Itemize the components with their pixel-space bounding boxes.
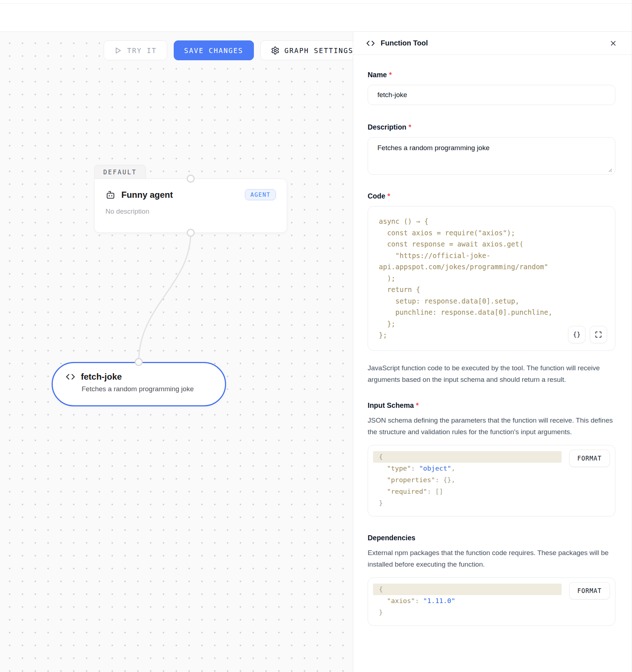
- required-asterisk: *: [416, 401, 419, 409]
- expand-fullscreen-button[interactable]: [590, 326, 607, 343]
- json-token: }: [379, 499, 383, 507]
- edge-layer: [0, 32, 353, 672]
- panel-body: Name* Description* Fetches a random prog…: [353, 55, 632, 647]
- json-token: :: [411, 464, 419, 472]
- json-token: {: [379, 453, 383, 461]
- code-icon: [366, 39, 375, 48]
- json-token: {: [379, 585, 383, 593]
- json-token: {},: [443, 476, 455, 484]
- json-line: }: [368, 497, 615, 509]
- top-bar-divider: [0, 3, 632, 4]
- json-token: "axios": [379, 597, 415, 605]
- json-token: "required": [379, 488, 427, 495]
- code-line: setup: response.data[0].setup,: [379, 296, 604, 307]
- panel-header: Function Tool: [353, 32, 632, 55]
- json-token: :: [435, 476, 443, 484]
- json-line: "required": []: [368, 486, 615, 497]
- required-asterisk: *: [389, 71, 392, 79]
- description-textarea-wrap: Fetches a random programming joke: [368, 137, 615, 176]
- json-token: :: [415, 597, 423, 605]
- close-icon: [609, 39, 617, 47]
- dependencies-editor[interactable]: { "axios": "1.11.0"} FORMAT: [368, 577, 615, 626]
- code-line: async () ⇒ {: [379, 216, 604, 227]
- resize-handle-icon[interactable]: [607, 167, 612, 173]
- format-button[interactable]: FORMAT: [569, 450, 610, 467]
- code-help-text: JavaScript function code to be executed …: [368, 362, 615, 385]
- top-bar: [0, 0, 632, 32]
- description-textarea[interactable]: Fetches a random programming joke: [368, 137, 615, 175]
- name-input[interactable]: [368, 85, 615, 105]
- agent-bottom-handle[interactable]: [187, 229, 195, 237]
- code-content[interactable]: async () ⇒ { const axios = require("axio…: [379, 216, 604, 341]
- json-token: "object": [419, 464, 451, 472]
- function-tool-panel: Function Tool Name* Description* Fetches…: [353, 32, 632, 672]
- agent-top-handle[interactable]: [187, 175, 195, 183]
- tool-top-handle[interactable]: [135, 358, 143, 366]
- json-line: {: [373, 584, 562, 595]
- json-token: []: [435, 488, 443, 495]
- description-label: Description*: [368, 123, 615, 131]
- edge-agent-to-tool[interactable]: [139, 233, 191, 362]
- code-line: );: [379, 273, 604, 284]
- required-asterisk: *: [408, 123, 411, 131]
- json-token: ,: [451, 464, 455, 472]
- name-label: Name*: [368, 71, 615, 79]
- json-token: "1.11.0": [423, 597, 455, 605]
- input-schema-label: Input Schema*: [368, 401, 615, 410]
- required-asterisk: *: [388, 192, 390, 200]
- dependencies-label: Dependencies: [368, 534, 615, 542]
- code-line: "https://official-joke-: [379, 250, 604, 262]
- dependencies-help-text: External npm packages that the function …: [368, 547, 615, 570]
- code-line: const response = await axios.get(: [379, 239, 604, 250]
- code-line: api.appspot.com/jokes/programming/random…: [379, 261, 604, 273]
- json-token: "properties": [379, 476, 435, 484]
- panel-title: Function Tool: [381, 39, 428, 47]
- code-editor[interactable]: async () ⇒ { const axios = require("axio…: [368, 206, 615, 351]
- input-schema-editor[interactable]: { "type": "object", "properties": {}, "r…: [368, 445, 615, 516]
- json-line: }: [368, 607, 615, 618]
- format-braces-button[interactable]: {}: [568, 326, 585, 343]
- format-button[interactable]: FORMAT: [569, 582, 610, 599]
- json-token: :: [427, 488, 435, 495]
- input-schema-help-text: JSON schema defining the parameters that…: [368, 415, 615, 438]
- json-line: {: [373, 451, 562, 463]
- code-editor-tools: {}: [568, 326, 607, 343]
- code-line: return {: [379, 284, 604, 296]
- graph-canvas[interactable]: TRY IT SAVE CHANGES GRAPH SETTINGS DEFAU…: [0, 32, 353, 672]
- json-token: }: [379, 608, 383, 616]
- code-line: const axios = require("axios");: [379, 227, 604, 239]
- code-label: Code*: [368, 192, 615, 200]
- json-line: "properties": {},: [368, 474, 615, 486]
- maximize-icon: [595, 331, 602, 338]
- code-line: punchline: response.data[0].punchline,: [379, 307, 604, 318]
- close-panel-button[interactable]: [607, 38, 619, 49]
- json-token: "type": [379, 464, 411, 472]
